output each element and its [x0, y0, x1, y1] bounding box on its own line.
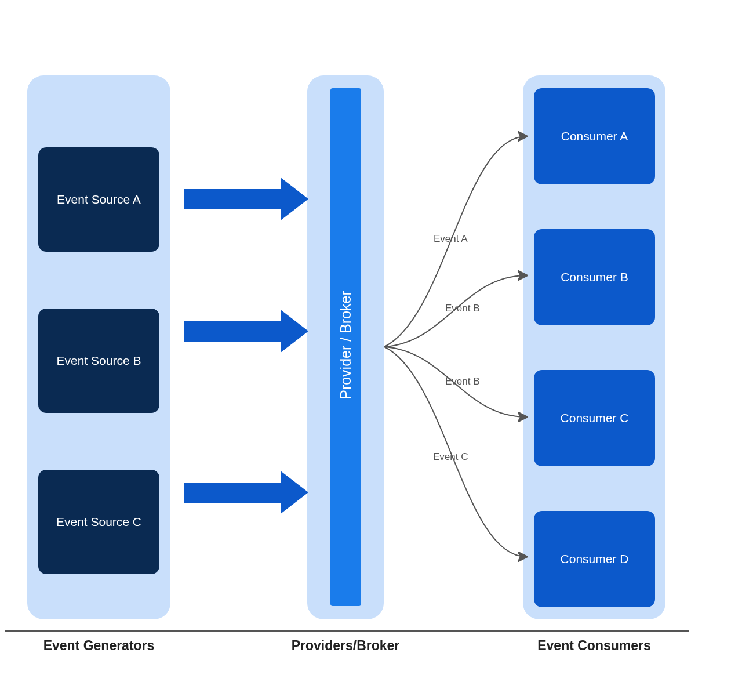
- consumers-caption: Event Consumers: [523, 638, 665, 654]
- route-label-c: Event C: [433, 451, 468, 463]
- route-label-b1: Event B: [445, 303, 480, 314]
- consumer-c: Consumer C: [534, 370, 655, 466]
- route-label-a: Event A: [434, 233, 468, 245]
- consumer-b: Consumer B: [534, 229, 655, 325]
- consumer-label: Consumer C: [561, 411, 629, 425]
- generators-caption: Event Generators: [27, 638, 170, 654]
- consumer-label: Consumer A: [561, 129, 628, 143]
- consumer-d: Consumer D: [534, 511, 655, 607]
- consumer-a: Consumer A: [534, 88, 655, 184]
- baseline: [5, 630, 689, 632]
- route-label-b2: Event B: [445, 376, 480, 387]
- consumer-label: Consumer B: [561, 270, 628, 284]
- consumer-label: Consumer D: [561, 552, 629, 566]
- broker-caption: Providers/Broker: [272, 638, 419, 654]
- diagram-canvas: Event Source A Event Source B Event Sour…: [0, 0, 742, 700]
